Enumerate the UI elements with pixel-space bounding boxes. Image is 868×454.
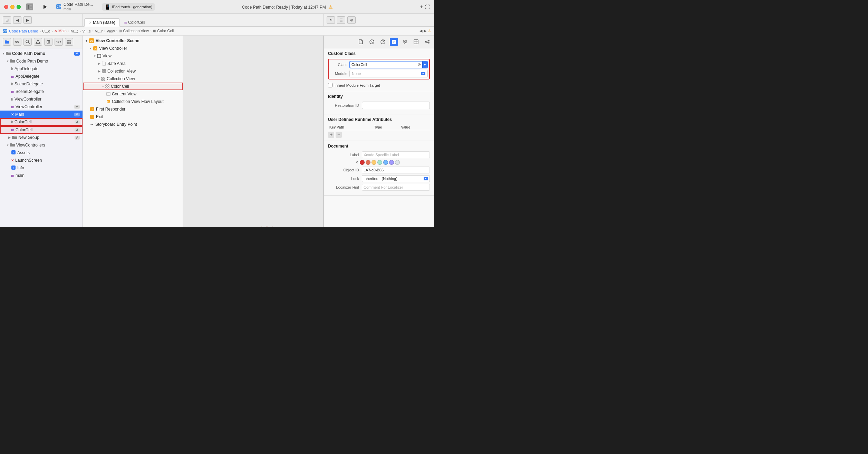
scene-item-entry-point[interactable]: → Storyboard Entry Point (83, 121, 183, 128)
sidebar-debug-icon[interactable] (44, 38, 52, 46)
sidebar-item-assets[interactable]: A Assets (0, 149, 83, 157)
inherit-module-row[interactable]: Inherit Module From Target (328, 82, 430, 88)
sidebar-item-viewcontroller-m[interactable]: m ViewController M (0, 103, 83, 111)
class-input-wrap[interactable]: ⊗ ▾ (349, 61, 428, 68)
scene-item-collection-view-1[interactable]: Collection View (83, 67, 183, 75)
inherit-module-checkbox[interactable] (328, 83, 332, 87)
scene-section-vc[interactable]: VC View Controller Scene (83, 37, 183, 45)
add-attr-button[interactable]: + (328, 132, 334, 138)
swatch-blue[interactable] (383, 160, 388, 165)
breadcrumb-main-x[interactable]: ✕ Main (54, 29, 67, 33)
breadcrumb-project[interactable]: Code Path Demo (9, 29, 38, 33)
swatch-x-btn[interactable]: × (356, 160, 358, 165)
swatch-gray[interactable] (395, 160, 400, 165)
sidebar-item-viewcontroller-h[interactable]: h ViewController (0, 95, 83, 103)
scene-item-vc[interactable]: VC View Controller (83, 45, 183, 52)
sidebar-item-scenedelegate-m[interactable]: m SceneDelegate (0, 88, 83, 95)
scene-item-content-view[interactable]: Content View (83, 90, 183, 98)
scene-item-exit[interactable]: → Exit (83, 113, 183, 121)
tab-colorcell[interactable]: m ColorCell (120, 19, 150, 26)
inspector-file-icon[interactable] (357, 38, 365, 46)
tab-main[interactable]: ✕ Main (Base) (84, 18, 120, 27)
add-tab-button[interactable]: + (420, 4, 423, 10)
sidebar-item-viewcontrollers[interactable]: ViewControllers (0, 141, 83, 149)
scene-item-view[interactable]: View (83, 52, 183, 60)
col-type: Type (373, 125, 400, 130)
class-dropdown-btn[interactable]: ▾ (422, 62, 427, 68)
sidebar-item-colorcell-m[interactable]: m ColorCell A (0, 126, 83, 134)
cell-icon (105, 84, 109, 88)
refresh-button[interactable]: ↻ (327, 16, 335, 24)
breadcrumb-folder[interactable]: C...o (42, 29, 50, 33)
sidebar-grid-icon[interactable] (65, 38, 73, 46)
breadcrumb-m[interactable]: M...) (71, 29, 78, 33)
main-tab-close[interactable]: ✕ (89, 21, 91, 25)
navigator-icon[interactable]: ⊞ (3, 16, 11, 24)
inspector-clock-icon[interactable] (368, 38, 376, 46)
scene-item-first-responder[interactable]: ! First Responder (83, 105, 183, 113)
lock-select[interactable]: Inherited - (Nothing) ▾ (362, 175, 430, 182)
device-selector[interactable]: 📱 iPod touch...generation) (102, 3, 155, 11)
restoration-id-label: Restoration ID (328, 103, 359, 107)
inspector-size-icon[interactable] (412, 38, 420, 46)
dot-2 (265, 226, 269, 227)
sidebar-item-root-project[interactable]: Code Path Demo M (0, 50, 83, 57)
class-input[interactable] (350, 63, 416, 67)
sidebar-issues-icon[interactable]: ! (34, 38, 42, 46)
breadcrumb-view-e[interactable]: Vi...e (82, 29, 91, 33)
breadcrumb-color-cell[interactable]: ⊞ Color Cell (153, 29, 174, 33)
swatch-green[interactable] (377, 160, 382, 165)
sidebar-item-newgroup[interactable]: New Group A (0, 134, 83, 141)
localizer-hint-value[interactable]: Comment For Localizer (362, 184, 430, 191)
scene-item-color-cell[interactable]: Color Cell (83, 83, 183, 90)
sidebar-item-main-m[interactable]: m main (0, 172, 83, 179)
sidebar-search-icon[interactable] (23, 38, 32, 46)
remove-attr-button[interactable]: − (336, 132, 342, 138)
breadcrumb-collection-view[interactable]: ⊞ Collection View (119, 29, 149, 33)
close-button[interactable] (4, 5, 8, 9)
inspector-connections-icon[interactable] (423, 38, 431, 46)
minimize-button[interactable] (10, 5, 15, 9)
scene-cv1-label: Collection View (107, 69, 136, 74)
scene-item-collection-view-2[interactable]: Collection View (83, 75, 183, 83)
document-outline-button[interactable]: ☰ (337, 16, 345, 24)
swatch-yellow[interactable] (372, 160, 376, 165)
sidebar-vcs-icon[interactable] (13, 38, 21, 46)
inspector-identity-icon[interactable] (390, 38, 398, 46)
breadcrumb-view-r[interactable]: Vi...r (95, 29, 103, 33)
module-select[interactable]: None ▾ (349, 70, 428, 77)
sidebar-item-scenedelegate-h[interactable]: h SceneDelegate (0, 80, 83, 88)
breadcrumb-nav-forward[interactable]: ▶ (424, 29, 426, 33)
sidebar-item-group-codepath[interactable]: Code Path Demo (0, 57, 83, 65)
scene-item-flow-layout[interactable]: FL Collection View Flow Layout (83, 98, 183, 105)
sidebar-toggle[interactable] (26, 3, 33, 10)
inspector-help-icon[interactable]: ? (379, 38, 387, 46)
sidebar-item-appdelegate-m[interactable]: m AppDelegate (0, 73, 83, 80)
breadcrumb-view[interactable]: View (107, 29, 115, 33)
scene-item-safe-area[interactable]: Safe Area (83, 60, 183, 67)
restoration-id-value[interactable] (362, 102, 430, 109)
swatch-purple[interactable] (389, 160, 394, 165)
sidebar-item-info[interactable]: i Info (0, 164, 83, 172)
fullscreen-button[interactable]: ⛶ (425, 4, 430, 10)
add-editor-button[interactable]: ⊕ (347, 16, 356, 24)
forward-button[interactable]: ▶ (23, 16, 32, 24)
inspector-attributes-icon[interactable] (401, 38, 409, 46)
maximize-button[interactable] (17, 5, 21, 9)
sidebar-item-launchscreen[interactable]: ✕ LaunchScreen (0, 157, 83, 164)
breadcrumb-warning[interactable]: ⚠ (428, 29, 431, 33)
canvas-area[interactable]: → (183, 36, 323, 227)
back-button[interactable]: ◀ (13, 16, 21, 24)
swatch-red[interactable] (360, 160, 365, 165)
main-layout: ! Code Path Demo M (0, 36, 434, 227)
swatch-orange[interactable] (366, 160, 370, 165)
class-clear-btn[interactable]: ⊗ (416, 62, 422, 67)
doc-label-value[interactable]: Xcode Specific Label (362, 151, 430, 158)
sidebar-source-icon[interactable] (55, 38, 63, 46)
sidebar-item-appdelegate-h[interactable]: h AppDelegate (0, 65, 83, 73)
sidebar-folder-icon[interactable] (3, 38, 11, 46)
run-button[interactable] (40, 2, 50, 11)
breadcrumb-nav-back[interactable]: ◀ (419, 29, 422, 33)
sidebar-item-main[interactable]: ✕ Main M (0, 111, 83, 118)
sidebar-item-colorcell-h[interactable]: h ColorCell A (0, 118, 83, 126)
